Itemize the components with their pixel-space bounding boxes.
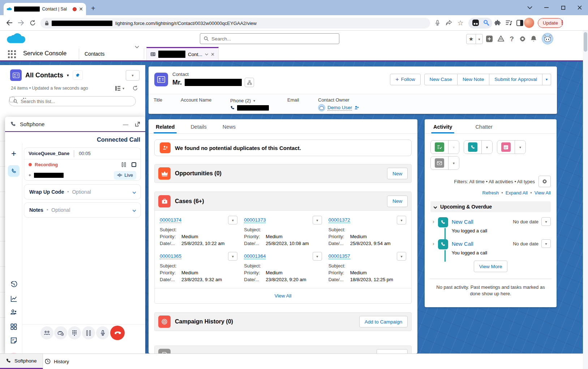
tab-related[interactable]: Related	[156, 124, 175, 133]
case-number-link[interactable]: 00001357	[329, 253, 350, 259]
utility-tab-history[interactable]: History	[39, 354, 75, 369]
expand-chevron-icon[interactable]: ›	[433, 219, 434, 233]
activity-title-link[interactable]: New Call	[452, 241, 473, 247]
side-panel-icon[interactable]	[515, 18, 525, 28]
url-bar[interactable]: lightning.force.com/lightning/r/Contact/…	[40, 18, 430, 29]
case-number-link[interactable]: 00001365	[160, 253, 181, 259]
notifications-bell-icon[interactable]	[529, 31, 538, 47]
tab-details[interactable]: Details	[190, 124, 206, 133]
active-call-tab-icon[interactable]	[8, 165, 20, 177]
contacts-directory-icon[interactable]	[5, 309, 22, 315]
case-row-caret-button[interactable]: ▾	[397, 252, 406, 261]
email-caret-button[interactable]: ▾	[448, 156, 459, 170]
more-actions-caret-button[interactable]: ▾	[542, 74, 551, 85]
reload-icon[interactable]	[27, 18, 38, 28]
pin-list-button[interactable]	[73, 70, 83, 80]
wrapup-chevron-icon[interactable]	[133, 190, 136, 194]
campaign-history-title[interactable]: Campaign History (0)	[175, 318, 233, 325]
contacts-nav-tab[interactable]: Contacts	[80, 47, 134, 60]
log-call-caret-button[interactable]: ▾	[481, 141, 492, 154]
global-search-input[interactable]	[211, 36, 335, 42]
guidance-center-icon[interactable]	[497, 31, 505, 47]
window-chevron-button[interactable]	[522, 0, 538, 15]
favorites-caret-icon[interactable]: ▾	[476, 34, 482, 44]
user-profile-avatar[interactable]	[542, 33, 553, 44]
help-icon[interactable]: ?	[507, 31, 516, 47]
add-call-icon[interactable]: +	[5, 149, 22, 159]
popout-icon[interactable]	[135, 121, 140, 127]
browser-tab[interactable]: Contact | Sal ✕	[4, 3, 86, 15]
expand-all-link[interactable]: Expand All	[506, 190, 528, 196]
record-nav-tab[interactable]: Cont... ✕	[146, 47, 219, 60]
notes-chevron-icon[interactable]	[133, 208, 136, 212]
window-close-button[interactable]	[571, 0, 588, 15]
stop-recording-icon[interactable]	[132, 162, 136, 167]
favorites-button[interactable]: ★ ▾	[466, 34, 483, 44]
new-event-button[interactable]	[497, 141, 515, 154]
new-case-list-button[interactable]: New	[387, 196, 408, 207]
transfer-button[interactable]	[54, 326, 67, 339]
favorites-star-icon[interactable]: ★	[467, 34, 476, 44]
section-chevron-icon[interactable]	[434, 205, 437, 209]
upcoming-overdue-section[interactable]: Upcoming & Overdue	[430, 201, 551, 212]
activity-caret-button[interactable]: ▾	[541, 217, 551, 226]
log-call-button[interactable]	[464, 141, 481, 154]
display-as-caret-icon[interactable]: ▾	[123, 86, 124, 90]
end-call-button[interactable]	[110, 326, 125, 340]
expand-chevron-icon[interactable]: ›	[433, 241, 434, 256]
submit-for-approval-button[interactable]: Submit for Approval	[489, 74, 542, 85]
screen-extension-icon[interactable]	[471, 18, 481, 28]
clipped-list-button[interactable]	[377, 349, 408, 353]
browser-menu-icon[interactable]: ⋮	[559, 19, 565, 26]
case-row-caret-button[interactable]: ▾	[228, 252, 237, 261]
page-scrollbar[interactable]	[583, 31, 588, 369]
activity-filter-gear-button[interactable]	[538, 176, 551, 187]
case-row-caret-button[interactable]: ▾	[313, 252, 322, 261]
case-number-link[interactable]: 00001364	[244, 253, 266, 259]
global-search[interactable]	[200, 33, 339, 44]
case-row-caret-button[interactable]: ▾	[228, 216, 237, 224]
new-task-button[interactable]	[431, 141, 448, 154]
add-to-campaign-button[interactable]: Add to Campaign	[359, 316, 408, 327]
wrapup-code-section[interactable]: Wrap Up Code • Optional	[24, 184, 141, 199]
follow-button[interactable]: + Follow	[390, 74, 420, 85]
notes-pad-icon[interactable]	[5, 337, 22, 344]
list-search[interactable]	[9, 96, 136, 106]
email-button[interactable]	[431, 156, 448, 170]
activity-title-link[interactable]: New Call	[452, 219, 473, 225]
minimize-softphone-icon[interactable]: —	[120, 121, 131, 127]
page-scrollbar-thumb[interactable]	[584, 32, 587, 52]
window-minimize-button[interactable]	[538, 0, 555, 15]
share-icon[interactable]	[444, 18, 454, 28]
case-number-link[interactable]: 00001374	[160, 217, 181, 223]
list-actions-caret-button[interactable]: ▾	[126, 70, 140, 81]
display-as-button[interactable]: ▾	[115, 86, 124, 91]
activity-caret-button[interactable]: ▾	[541, 239, 551, 248]
case-number-link[interactable]: 00001372	[329, 217, 350, 223]
app-launcher-icon[interactable]	[8, 50, 16, 58]
new-note-button[interactable]: New Note	[458, 74, 489, 85]
pause-recording-icon[interactable]	[122, 162, 126, 167]
tab-chatter[interactable]: Chatter	[475, 124, 493, 133]
bookmark-star-icon[interactable]: ☆	[455, 18, 465, 28]
cases-title[interactable]: Cases (6+)	[175, 198, 204, 205]
contacts-tab-caret-icon[interactable]	[133, 40, 141, 54]
mic-icon[interactable]	[432, 18, 442, 28]
owner-link[interactable]: Demo User	[327, 105, 352, 111]
new-opportunity-button[interactable]: New	[387, 168, 408, 179]
conference-button[interactable]	[40, 326, 53, 339]
task-caret-button[interactable]: ▾	[448, 141, 459, 154]
list-view-caret-icon[interactable]: ▾	[67, 73, 69, 78]
window-maximize-button[interactable]	[555, 0, 571, 15]
forward-icon[interactable]	[16, 18, 26, 28]
event-caret-button[interactable]: ▾	[515, 141, 525, 154]
new-case-button[interactable]: New Case	[424, 74, 458, 85]
case-number-link[interactable]: 00001373	[244, 217, 266, 223]
refresh-link[interactable]: Refresh	[482, 190, 499, 196]
phone-caret-icon[interactable]: ▾	[253, 99, 255, 103]
case-row-caret-button[interactable]: ▾	[313, 216, 322, 224]
opportunities-title[interactable]: Opportunities (0)	[175, 170, 222, 177]
browser-profile-avatar[interactable]	[524, 18, 534, 28]
setup-gear-icon[interactable]	[518, 31, 527, 47]
utility-tab-softphone[interactable]: Softphone	[0, 354, 43, 369]
